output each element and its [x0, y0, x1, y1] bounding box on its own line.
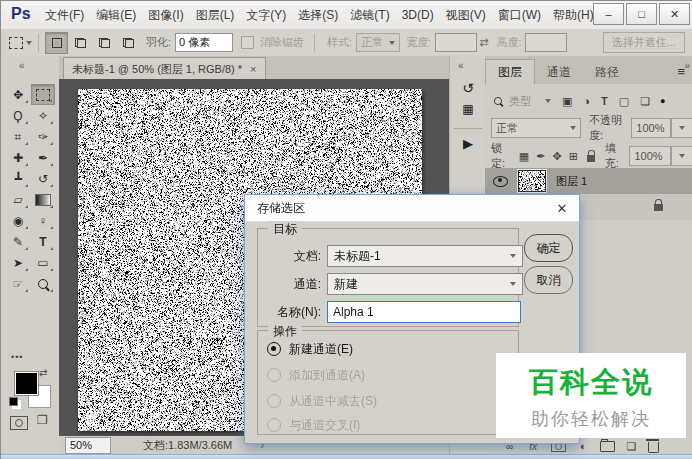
minimize-button[interactable]: – — [593, 3, 624, 25]
new-layer-icon[interactable]: ❏ — [627, 440, 637, 453]
layer-thumbnail[interactable] — [518, 170, 546, 192]
menu-edit[interactable]: 编辑(E) — [90, 1, 142, 29]
tool-preset-picker[interactable] — [9, 37, 32, 49]
new-group-folder-icon[interactable] — [600, 441, 615, 452]
properties-panel-icon[interactable]: ▦ — [450, 102, 486, 116]
hand-tool[interactable]: ☞ — [6, 273, 30, 294]
opacity-dropdown-button[interactable] — [671, 118, 692, 138]
crop-tool[interactable]: ⌗ — [6, 126, 30, 147]
fill-input[interactable]: 100% — [629, 146, 670, 166]
channel-dropdown[interactable]: 新建 — [327, 273, 523, 295]
quick-mask-button[interactable] — [10, 416, 28, 430]
menu-help[interactable]: 帮助(H) — [547, 1, 600, 29]
document-dropdown[interactable]: 未标题-1 — [327, 245, 523, 267]
menu-image[interactable]: 图像(I) — [142, 1, 189, 29]
lock-position-icon[interactable]: ✥ — [552, 150, 561, 163]
menu-type[interactable]: 文字(Y) — [240, 1, 292, 29]
cancel-button[interactable]: 取消 — [524, 266, 573, 294]
quick-select-tool[interactable]: ✧ — [31, 105, 55, 126]
filter-pixel-layers-icon[interactable]: ▣ — [562, 95, 572, 108]
lock-artboard-icon[interactable]: ⊞ — [569, 150, 578, 163]
menu-filter[interactable]: 滤镜(T) — [344, 1, 395, 29]
height-input[interactable] — [525, 33, 567, 52]
zoom-tool[interactable] — [31, 273, 55, 294]
foreground-color-swatch[interactable] — [15, 372, 38, 395]
clone-stamp-tool[interactable]: ┻ — [6, 168, 30, 189]
width-input[interactable] — [435, 33, 477, 52]
filter-toggle-icon[interactable]: ● — [660, 96, 665, 106]
close-button[interactable]: ✕ — [659, 3, 690, 25]
actions-panel-icon[interactable]: ▶ — [450, 136, 486, 151]
lock-pixels-icon[interactable]: ✒ — [536, 150, 545, 163]
pen-tool[interactable]: ✎ — [6, 231, 30, 252]
path-select-tool[interactable]: ➤ — [6, 252, 30, 273]
collapse-toolbar-icon[interactable]: « — [19, 60, 25, 71]
feather-input[interactable] — [175, 33, 233, 52]
intersect-selection-button[interactable] — [117, 32, 140, 54]
add-selection-icon — [75, 38, 86, 48]
menu-window[interactable]: 窗口(W) — [492, 1, 547, 29]
type-tool[interactable]: T — [31, 231, 55, 252]
swap-dimensions-icon[interactable]: ⇄ — [479, 36, 488, 49]
screen-mode-button[interactable]: ❐ — [37, 413, 48, 427]
document-tab[interactable]: 未标题-1 @ 50% (图层 1, RGB/8) * × — [63, 57, 266, 80]
add-selection-button[interactable] — [69, 32, 92, 54]
ok-button[interactable]: 确定 — [524, 234, 573, 262]
subtract-selection-button[interactable] — [93, 32, 116, 54]
menu-layer[interactable]: 图层(L) — [190, 1, 241, 29]
expand-dock-icon[interactable]: « — [458, 60, 464, 71]
maximize-button[interactable]: □ — [626, 3, 657, 25]
swap-colors-icon[interactable]: ⇄ — [39, 367, 47, 378]
healing-brush-tool[interactable]: ✚ — [6, 147, 30, 168]
radio-label: 添加到通道(A) — [289, 367, 365, 384]
zoom-level-input[interactable]: 50% — [65, 437, 111, 454]
move-tool[interactable]: ✥ — [6, 84, 30, 105]
opacity-input[interactable]: 100% — [631, 118, 671, 138]
default-colors-icon[interactable] — [9, 397, 18, 406]
shape-tool[interactable]: ▭ — [31, 252, 55, 273]
filter-type-layers-icon[interactable]: T — [601, 95, 608, 107]
dialog-title-bar[interactable]: 存储选区 — [245, 195, 579, 222]
tab-paths[interactable]: 路径 — [583, 60, 631, 84]
menu-view[interactable]: 视图(V) — [440, 1, 492, 29]
filter-type-dropdown[interactable]: 类型 — [509, 94, 531, 109]
menu-select[interactable]: 选择(S) — [292, 1, 344, 29]
select-and-mask-button[interactable]: 选择并遮住... — [603, 32, 685, 53]
filter-smart-object-icon[interactable]: ❏ — [640, 95, 650, 108]
blur-tool[interactable]: ◉ — [6, 210, 30, 231]
fill-dropdown-button[interactable] — [671, 146, 692, 166]
radio-new-channel[interactable]: 新建通道(E) — [267, 341, 353, 357]
filter-shape-layers-icon[interactable]: ▢ — [619, 95, 629, 108]
adjustment-layer-icon[interactable]: ◐ — [580, 440, 587, 452]
style-dropdown[interactable]: 正常 — [356, 33, 400, 52]
lock-all-icon[interactable] — [587, 155, 595, 162]
history-brush-tool[interactable]: ↺ — [31, 168, 55, 189]
lasso-tool[interactable]: Ϙ — [6, 105, 30, 126]
gradient-tool[interactable] — [31, 189, 55, 210]
rect-marquee-tool[interactable] — [31, 84, 55, 105]
tab-layers[interactable]: 图层 — [485, 59, 535, 84]
dialog-close-icon[interactable]: ✕ — [545, 195, 579, 221]
width-label: 宽度: — [406, 35, 431, 50]
edit-toolbar-button[interactable]: ••• — [11, 352, 23, 362]
dodge-tool[interactable]: ♀ — [31, 210, 55, 231]
menu-file[interactable]: 文件(F) — [39, 1, 90, 29]
layer-visibility-eye-icon[interactable] — [493, 176, 508, 187]
eyedropper-tool[interactable]: ✑ — [31, 126, 55, 147]
lock-transparency-icon[interactable]: ▦ — [519, 150, 529, 163]
tab-channels[interactable]: 通道 — [535, 60, 583, 84]
name-input[interactable] — [327, 301, 521, 323]
eraser-tool[interactable]: ▱ — [6, 189, 30, 210]
brush-tool[interactable]: ✒ — [31, 147, 55, 168]
document-tab-close-icon[interactable]: × — [250, 63, 256, 75]
new-selection-button[interactable] — [45, 32, 68, 54]
history-panel-icon[interactable]: ↺ — [450, 80, 486, 96]
layer-row-selected[interactable]: 图层 1 — [485, 168, 692, 194]
blend-mode-dropdown[interactable]: 正常 — [491, 118, 581, 138]
filter-adjustment-icon[interactable]: ◑ — [583, 95, 590, 107]
collapse-panel-icon[interactable]: » — [684, 60, 690, 71]
antialias-checkbox[interactable] — [241, 36, 254, 49]
layer-name[interactable]: 图层 1 — [556, 174, 587, 189]
menu-3d[interactable]: 3D(D) — [396, 1, 440, 29]
delete-layer-trash-icon[interactable] — [648, 442, 659, 453]
